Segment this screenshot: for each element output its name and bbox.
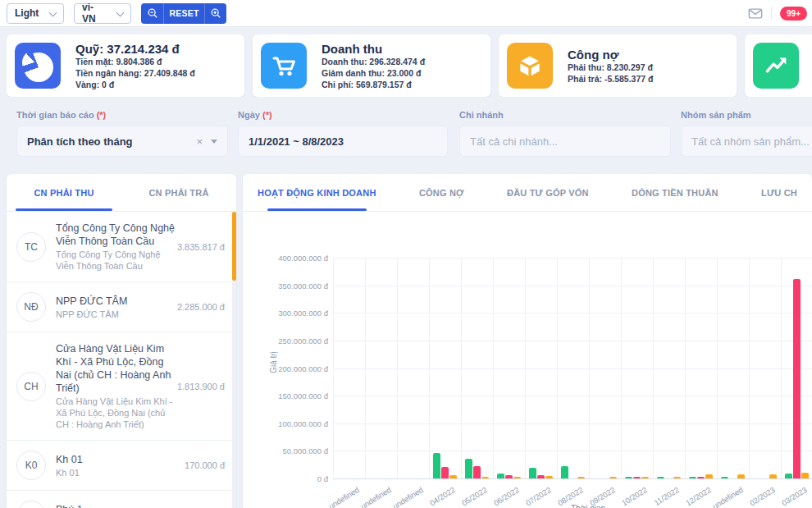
chart-tabbar: HOẠT ĐỘNG KINH DOANHCÔNG NỢĐẦU TƯ GÓP VỐ… [243,174,812,212]
list-item[interactable]: NĐNPP ĐỨC TÂMNPP ĐỨC TÂM2.285.000 đ [7,282,236,332]
zoom-out-button[interactable] [141,3,163,24]
date-range-input[interactable] [249,135,437,148]
h-gridline [333,258,812,259]
v-gridline [333,258,334,478]
revenue-line: Doanh thu: 296.328.474 đ [322,56,425,67]
revenue-card-title: Doanh thu [322,42,425,56]
summary-cards-row: Quỹ: 37.214.234 đ Tiền mặt: 9.804.386 đ … [7,34,812,97]
v-gridline [493,258,494,478]
v-gridline [525,258,526,478]
report-period-value: Phân tích theo tháng [27,135,133,148]
bar-chi-phí [737,474,745,478]
bar-giá-vốn [697,477,705,478]
zoom-control-group: RESET [141,3,226,24]
list-item-subtitle: NPP ĐỨC TÂM [56,309,177,320]
toolbar-divider [771,7,772,20]
v-gridline [717,258,718,478]
bar-chi-phí [769,474,777,478]
product-group-field: Nhóm sản phẩm [681,110,812,157]
debt-payable-line: Phải trả: -5.585.377 đ [568,73,653,85]
v-gridline [781,258,782,478]
avatar: CH [16,372,46,401]
v-gridline [397,258,398,478]
chart-tab-1[interactable]: CÔNG NỢ [419,174,464,211]
v-gridline [685,258,686,478]
list-item-text: Tổng Công Ty Công Nghệ Viễn Thông Toàn C… [56,222,177,272]
mail-button[interactable] [748,7,763,20]
list-item[interactable]: CHCửa Hàng Vật Liệu Kim Khí - Xã Phú Lộc… [7,332,236,441]
report-period-select[interactable]: Phân tích theo tháng × [16,126,228,157]
clear-icon[interactable]: × [196,135,203,148]
list-item[interactable]: K0Kh 01Kh 01170.000 đ [7,441,236,491]
h-gridline [333,396,812,396]
v-gridline [365,258,366,478]
list-item-title: Phú 1 [56,503,177,508]
y-tick-label: 50.000.000 đ [254,446,328,455]
list-item-value: 3.835.817 đ [177,242,225,252]
list-item-value: 1.813.900 đ [177,382,225,391]
bar-chi-phí [513,477,521,478]
fund-card-title: Quỹ: 37.214.234 đ [75,42,195,56]
list-item[interactable]: TCTổng Công Ty Công Nghệ Viễn Thông Toàn… [7,212,236,282]
locale-select-value: vi-VN [82,2,106,25]
fund-cash-line: Tiền mặt: 9.804.386 đ [75,56,195,67]
y-tick-label: 400.000.000 đ [254,254,328,263]
list-item-title: Tổng Công Ty Công Nghệ Viễn Thông Toàn C… [56,222,177,248]
y-tick-label: 0 đ [254,474,328,483]
debt-receivable-line: Phải thu: 8.230.297 đ [568,62,653,73]
bar-doanh-thu [721,477,728,478]
bar-chi-phí [673,477,681,478]
chart-tab-4[interactable]: LƯU CH [761,174,797,211]
revenue-summary-card: Doanh thu Doanh thu: 296.328.474 đ Giảm … [253,34,490,97]
chart-tab-2[interactable]: ĐẦU TƯ GÓP VỐN [507,174,589,211]
fund-gold-line: Vàng: 0 đ [75,79,195,90]
revenue-discount-line: Giảm danh thu: 23.000 đ [322,67,425,79]
v-gridline [653,258,654,478]
v-gridline [589,258,590,478]
product-group-input-wrap [681,126,812,157]
y-tick-label: 150.000.000 đ [254,391,328,400]
y-tick-label: 100.000.000 đ [254,419,328,428]
h-gridline [333,368,812,369]
bar-chi-phí [641,477,649,478]
tab-cn-phai-thu[interactable]: CN PHẢI THU [7,174,121,211]
v-gridline [557,258,558,478]
locale-select[interactable]: vi-VN [74,3,131,24]
list-item-value: 2.285.000 đ [177,302,225,312]
bar-doanh-thu [529,468,536,478]
notification-badge[interactable]: 99+ [780,7,807,21]
box-glyph [514,50,545,81]
mail-icon [748,7,763,20]
list-item[interactable]: P1Phú 1Phú 1150.000 đ [7,491,236,508]
reset-button[interactable]: RESET [163,3,204,24]
scrollbar-thumb[interactable] [232,212,236,281]
list-item-text: Phú 1Phú 1 [56,503,177,508]
receivables-tabbar: CN PHẢI THU CN PHẢI TRẢ [7,174,236,212]
h-gridline [333,313,812,313]
top-toolbar: Light vi-VN RESET [0,0,812,27]
product-group-label: Nhóm sản phẩm [681,110,812,120]
y-tick-label: 350.000.000 đ [254,281,328,291]
bar-giá-vốn [793,279,801,478]
list-item-text: Kh 01Kh 01 [56,453,177,478]
y-tick-label: 300.000.000 đ [254,309,328,318]
h-gridline [333,286,812,286]
bar-doanh-thu [625,477,632,478]
chart-tab-0[interactable]: HOẠT ĐỘNG KINH DOANH [258,174,376,211]
tab-cn-phai-tra[interactable]: CN PHẢI TRẢ [121,174,236,211]
bar-chi-phí [481,477,489,478]
list-item-text: Cửa Hàng Vật Liệu Kim Khí - Xã Phú Lộc, … [56,342,177,430]
bar-chi-phí [705,474,713,478]
pie-chart-icon [15,43,61,89]
v-gridline [621,258,622,478]
product-group-input[interactable] [691,135,812,148]
branch-input-wrap [459,126,671,157]
zoom-out-icon [147,7,158,19]
list-item-value: 170.000 đ [185,460,225,470]
theme-select[interactable]: Light [7,3,64,24]
avatar: NĐ [16,292,46,322]
chart-tab-3[interactable]: DÒNG TIỀN THUẦN [632,174,718,211]
revenue-cost-line: Chi phí: 569.879.157 đ [322,79,425,90]
branch-input[interactable] [470,135,660,148]
zoom-in-button[interactable] [204,3,226,24]
